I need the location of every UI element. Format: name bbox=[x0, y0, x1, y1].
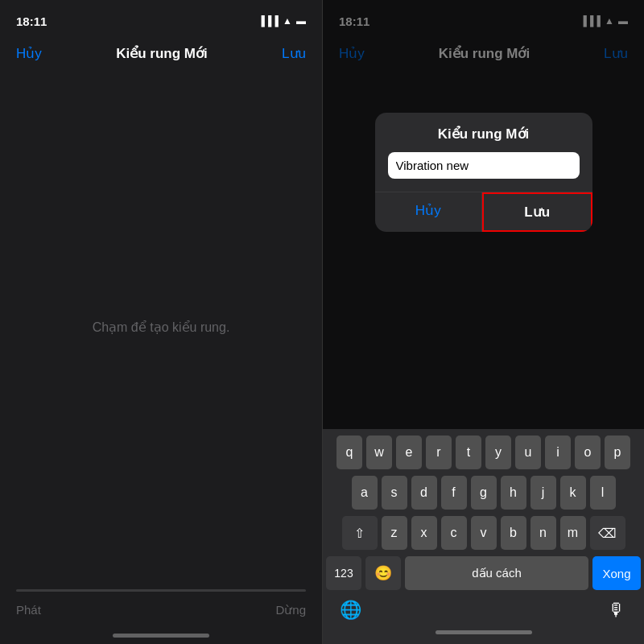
key-d[interactable]: d bbox=[411, 476, 437, 510]
left-status-icons: ▐▐▐ ▲ ▬ bbox=[258, 15, 306, 27]
key-g[interactable]: g bbox=[471, 476, 497, 510]
keyboard-row-2: a s d f g h j k l bbox=[326, 476, 641, 510]
key-globe[interactable]: 🌐 bbox=[332, 593, 368, 627]
save-dialog: Kiểu rung Mới Hủy Lưu bbox=[375, 113, 592, 232]
key-j[interactable]: j bbox=[530, 476, 556, 510]
key-k[interactable]: k bbox=[560, 476, 586, 510]
wifi-icon: ▲ bbox=[283, 15, 292, 27]
keyboard: q w e r t y u i o p a s d f g h j k l ⇧ … bbox=[323, 429, 644, 644]
key-done[interactable]: Xong bbox=[592, 556, 641, 590]
left-nav-title: Kiểu rung Mới bbox=[116, 45, 207, 62]
left-playback-bar: Phát Dừng bbox=[0, 583, 322, 630]
key-b[interactable]: b bbox=[501, 516, 526, 550]
dialog-save-button[interactable]: Lưu bbox=[482, 192, 592, 232]
left-content-area[interactable]: Chạm để tạo kiểu rung. bbox=[0, 71, 322, 583]
dialog-cancel-button[interactable]: Hủy bbox=[375, 192, 483, 232]
key-v[interactable]: v bbox=[471, 516, 497, 550]
play-button[interactable]: Phát bbox=[16, 603, 41, 617]
key-emoji[interactable]: 😊 bbox=[365, 556, 401, 590]
key-s[interactable]: s bbox=[382, 476, 407, 510]
left-status-bar: 18:11 ▐▐▐ ▲ ▬ bbox=[0, 0, 322, 35]
right-home-indicator bbox=[436, 630, 532, 634]
key-o[interactable]: o bbox=[575, 436, 601, 469]
key-delete[interactable]: ⌫ bbox=[590, 516, 625, 550]
stop-button[interactable]: Dừng bbox=[275, 603, 306, 617]
left-cancel-button[interactable]: Hủy bbox=[16, 45, 42, 62]
keyboard-row-1: q w e r t y u i o p bbox=[326, 436, 641, 469]
key-p[interactable]: p bbox=[605, 436, 630, 469]
signal-icon: ▐▐▐ bbox=[258, 15, 279, 27]
playback-controls: Phát Dừng bbox=[16, 603, 306, 617]
key-z[interactable]: z bbox=[382, 516, 407, 550]
key-c[interactable]: c bbox=[441, 516, 467, 550]
key-f[interactable]: f bbox=[441, 476, 467, 510]
key-r[interactable]: r bbox=[426, 436, 452, 469]
key-m[interactable]: m bbox=[560, 516, 586, 550]
dialog-buttons: Hủy Lưu bbox=[375, 192, 592, 232]
key-123[interactable]: 123 bbox=[326, 556, 361, 590]
key-y[interactable]: y bbox=[485, 436, 511, 469]
key-x[interactable]: x bbox=[411, 516, 437, 550]
key-q[interactable]: q bbox=[336, 436, 362, 469]
key-t[interactable]: t bbox=[456, 436, 481, 469]
key-a[interactable]: a bbox=[352, 476, 378, 510]
key-l[interactable]: l bbox=[590, 476, 616, 510]
dialog-title: Kiểu rung Mới bbox=[375, 113, 592, 152]
keyboard-row-5: 🌐 🎙 bbox=[326, 593, 641, 627]
battery-icon: ▬ bbox=[296, 15, 306, 27]
left-status-time: 18:11 bbox=[16, 14, 47, 28]
tap-hint-label: Chạm để tạo kiểu rung. bbox=[93, 320, 230, 335]
left-home-indicator bbox=[113, 634, 209, 638]
vibration-name-input[interactable] bbox=[388, 152, 580, 179]
left-nav-bar: Hủy Kiểu rung Mới Lưu bbox=[0, 35, 322, 71]
key-w[interactable]: w bbox=[366, 436, 392, 469]
key-i[interactable]: i bbox=[545, 436, 571, 469]
key-shift[interactable]: ⇧ bbox=[342, 516, 378, 550]
left-save-button[interactable]: Lưu bbox=[282, 45, 306, 62]
key-mic[interactable]: 🎙 bbox=[599, 593, 634, 627]
left-phone-panel: 18:11 ▐▐▐ ▲ ▬ Hủy Kiểu rung Mới Lưu Chạm… bbox=[0, 0, 322, 644]
keyboard-row-4: 123 😊 dấu cách Xong bbox=[326, 556, 641, 590]
key-space[interactable]: dấu cách bbox=[405, 556, 588, 590]
key-n[interactable]: n bbox=[530, 516, 556, 550]
dialog-input-wrap bbox=[375, 152, 592, 192]
key-u[interactable]: u bbox=[515, 436, 541, 469]
right-phone-panel: 18:11 ▐▐▐ ▲ ▬ Hủy Kiểu rung Mới Lưu Kiểu… bbox=[322, 0, 644, 644]
key-h[interactable]: h bbox=[501, 476, 526, 510]
progress-track bbox=[16, 589, 306, 592]
keyboard-row-3: ⇧ z x c v b n m ⌫ bbox=[326, 516, 641, 550]
key-e[interactable]: e bbox=[396, 436, 422, 469]
